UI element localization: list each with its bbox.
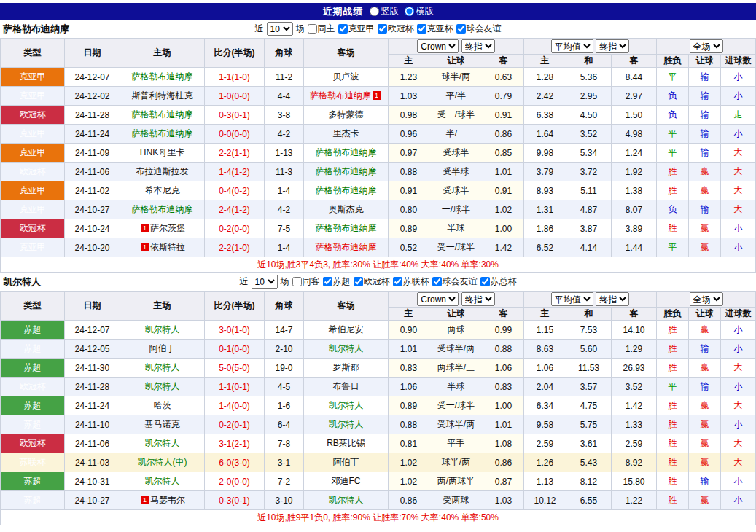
- team-name[interactable]: 贝卢波: [333, 71, 359, 82]
- filter-option-克亚杯[interactable]: 克亚杯: [417, 23, 453, 35]
- final-odds-select[interactable]: 终指: [461, 292, 495, 306]
- team-name[interactable]: 萨格勒布迪纳摩: [316, 166, 377, 176]
- recent-count-select[interactable]: 10: [267, 22, 293, 36]
- home-team-cell: 1依斯特拉: [120, 238, 205, 257]
- team-name[interactable]: 凯尔特人: [329, 343, 364, 353]
- col-home: 主场: [120, 292, 205, 321]
- filter-checkbox[interactable]: [378, 24, 387, 34]
- away-team-cell: 罗斯郡: [304, 359, 389, 378]
- handicap-result-cell: 赢: [689, 453, 721, 472]
- filter-checkbox[interactable]: [292, 277, 302, 286]
- team-name[interactable]: HNK哥里卡: [140, 147, 184, 157]
- filter-checkbox[interactable]: [323, 277, 332, 286]
- filter-option-欧冠杯[interactable]: 欧冠杯: [378, 23, 414, 35]
- team-name[interactable]: RB莱比锡: [327, 438, 365, 448]
- handicap-result-cell: 赢: [689, 163, 721, 181]
- team-name[interactable]: 希伯尼安: [329, 324, 364, 335]
- home-team-cell: 1马瑟韦尔: [120, 491, 205, 510]
- team-name[interactable]: 凯尔特人: [145, 476, 180, 486]
- team-name[interactable]: 邓迪FC: [332, 476, 361, 486]
- filter-checkbox[interactable]: [456, 24, 466, 34]
- result-cell: 胜: [657, 396, 689, 415]
- result-cell: 平: [657, 378, 689, 396]
- team-name[interactable]: 萨格勒布迪纳摩: [132, 128, 193, 138]
- col-handicap-result: 让球: [689, 55, 721, 68]
- average-select[interactable]: 平均值: [551, 39, 593, 53]
- fulltime-select[interactable]: 全场: [690, 292, 723, 306]
- team-name[interactable]: 萨格勒布迪纳摩: [316, 147, 377, 157]
- filter-option-苏总杯[interactable]: 苏总杯: [480, 275, 517, 288]
- final-odds-select-2[interactable]: 终指: [596, 292, 629, 306]
- filter-option-同主[interactable]: 同主: [308, 23, 335, 35]
- bookmaker-select[interactable]: Crown: [417, 292, 459, 306]
- home-team-cell: 萨格勒布迪纳摩: [120, 125, 205, 144]
- filter-option-球会友谊[interactable]: 球会友谊: [432, 275, 478, 288]
- filter-checkbox[interactable]: [417, 24, 426, 34]
- away-team-cell: 萨格勒布迪纳摩: [304, 163, 389, 181]
- team-name[interactable]: 凯尔特人(中): [138, 457, 187, 467]
- team-name[interactable]: 马瑟韦尔: [150, 495, 185, 505]
- team-name[interactable]: 罗斯郡: [333, 362, 359, 372]
- team-name[interactable]: 萨格勒布迪纳摩: [316, 185, 377, 195]
- avg-away-cell: 8.07: [612, 200, 657, 219]
- avg-away-cell: 1.42: [612, 396, 657, 415]
- team-name[interactable]: 凯尔特人: [329, 495, 364, 505]
- team-name[interactable]: 萨格勒布迪纳摩: [132, 109, 193, 120]
- vertical-radio[interactable]: [370, 7, 379, 16]
- filter-checkbox[interactable]: [432, 277, 442, 286]
- team-name[interactable]: 多特蒙德: [329, 109, 364, 120]
- team-name[interactable]: 凯尔特人: [145, 362, 180, 372]
- filter-checkbox[interactable]: [308, 24, 317, 34]
- team-name[interactable]: 里杰卡: [333, 128, 359, 138]
- filter-option-苏超[interactable]: 苏超: [323, 275, 351, 288]
- horizontal-radio[interactable]: [405, 7, 414, 16]
- team-name[interactable]: 奥斯杰克: [329, 204, 364, 214]
- team-name[interactable]: 凯尔特人: [145, 381, 180, 391]
- team-name[interactable]: 阿伯丁: [149, 343, 176, 353]
- filter-checkbox[interactable]: [354, 277, 363, 286]
- team-name[interactable]: 凯尔特人: [145, 324, 180, 335]
- filter-option-球会友谊[interactable]: 球会友谊: [456, 23, 502, 35]
- odds-home-cell: 0.86: [389, 491, 429, 510]
- team-name[interactable]: 萨格勒布迪纳摩: [132, 204, 193, 214]
- filter-checkbox[interactable]: [338, 24, 348, 34]
- team-name[interactable]: 依斯特拉: [150, 242, 185, 252]
- team-name[interactable]: 萨尔茨堡: [150, 223, 185, 233]
- filter-option-克亚甲[interactable]: 克亚甲: [338, 23, 375, 35]
- team-name[interactable]: 凯尔特人: [329, 419, 364, 429]
- team-name[interactable]: 基马诺克: [145, 419, 180, 429]
- team-name[interactable]: 凯尔特人: [145, 438, 180, 448]
- col-goals: 进球数: [721, 308, 756, 321]
- average-select[interactable]: 平均值: [551, 292, 593, 306]
- layout-vertical-option[interactable]: 竖版: [370, 5, 399, 17]
- team-name[interactable]: 哈茨: [154, 400, 171, 410]
- team-name[interactable]: 阿伯丁: [333, 457, 359, 467]
- average-group-header: 平均值 终指: [524, 39, 657, 55]
- team-name[interactable]: 萨格勒布迪纳摩: [132, 71, 193, 82]
- handicap-line-cell: 两/两球半: [429, 472, 483, 491]
- filter-checkbox[interactable]: [480, 277, 490, 286]
- team-name[interactable]: 布拉迪斯拉发: [136, 166, 189, 176]
- layout-horizontal-option[interactable]: 横版: [405, 5, 434, 17]
- final-odds-select[interactable]: 终指: [461, 39, 495, 53]
- team-name[interactable]: 布鲁日: [333, 381, 359, 391]
- league-type-cell: 克亚甲: [1, 238, 65, 257]
- away-team-cell: 凯尔特人: [304, 396, 389, 415]
- filter-option-苏联杯[interactable]: 苏联杯: [393, 275, 429, 288]
- league-type-cell: 克亚甲: [1, 87, 65, 106]
- filter-checkbox[interactable]: [393, 277, 402, 286]
- team-name[interactable]: 凯尔特人: [329, 400, 364, 410]
- handicap-result-cell: 赢: [689, 181, 721, 200]
- recent-count-select[interactable]: 10: [252, 275, 278, 289]
- match-date-cell: 24-11-30: [65, 359, 120, 378]
- team-name[interactable]: 希本尼克: [145, 185, 180, 195]
- filter-option-欧冠杯[interactable]: 欧冠杯: [354, 275, 390, 288]
- team-name[interactable]: 萨格勒布迪纳摩: [310, 90, 371, 101]
- team-name[interactable]: 斯普利特海杜克: [132, 90, 193, 101]
- fulltime-select[interactable]: 全场: [690, 39, 723, 53]
- filter-option-同客[interactable]: 同客: [292, 275, 320, 288]
- bookmaker-select[interactable]: Crown: [417, 39, 459, 53]
- team-name[interactable]: 萨格勒布迪纳摩: [316, 242, 377, 252]
- final-odds-select-2[interactable]: 终指: [596, 39, 629, 53]
- team-name[interactable]: 萨格勒布迪纳摩: [316, 223, 377, 233]
